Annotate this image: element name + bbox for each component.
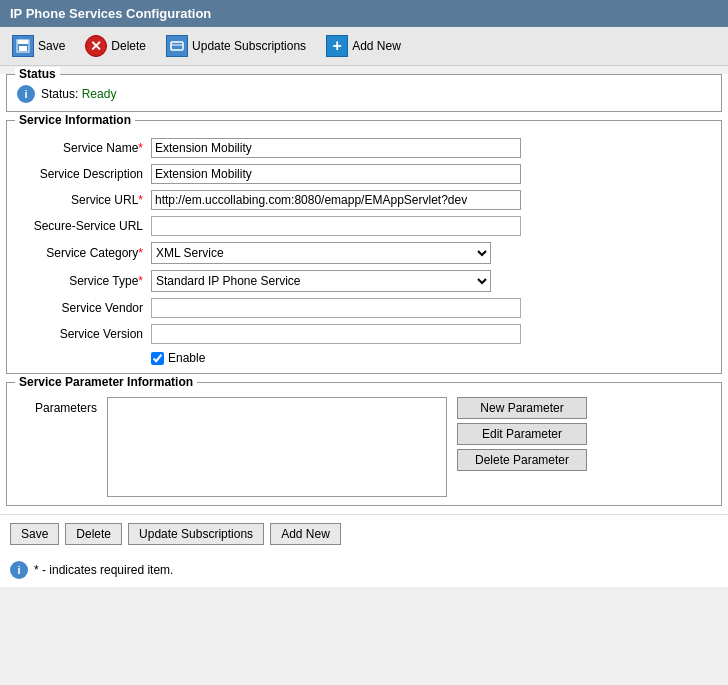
save-button[interactable]: Save: [8, 33, 69, 59]
enable-label: Enable: [168, 351, 205, 365]
svg-rect-3: [171, 42, 183, 50]
bottom-delete-button[interactable]: Delete: [65, 523, 122, 545]
service-version-row: Service Version: [17, 321, 711, 347]
service-url-input[interactable]: [151, 190, 521, 210]
svg-rect-2: [19, 46, 27, 51]
edit-parameter-button[interactable]: Edit Parameter: [457, 423, 587, 445]
parameters-list[interactable]: [107, 397, 447, 497]
service-type-label: Service Type*: [17, 267, 147, 295]
bottom-addnew-label: Add New: [281, 527, 330, 541]
save-label: Save: [38, 39, 65, 53]
main-content: Status i Status: Ready Service Informati…: [0, 74, 728, 587]
parameters-label: Parameters: [17, 397, 97, 415]
service-description-input[interactable]: [151, 164, 521, 184]
secure-service-url-input[interactable]: [151, 216, 521, 236]
service-info-section: Service Information Service Name* Servic…: [6, 120, 722, 374]
service-version-input[interactable]: [151, 324, 521, 344]
update-icon: [166, 35, 188, 57]
service-name-input[interactable]: [151, 138, 521, 158]
service-url-label: Service URL*: [17, 187, 147, 213]
service-vendor-row: Service Vendor: [17, 295, 711, 321]
service-type-select[interactable]: Standard IP Phone Service Advanced IP Ph…: [151, 270, 491, 292]
bottom-add-new-button[interactable]: Add New: [270, 523, 341, 545]
service-info-table: Service Name* Service Description: [17, 135, 711, 347]
service-name-row: Service Name*: [17, 135, 711, 161]
add-new-button[interactable]: + Add New: [322, 33, 405, 59]
service-url-row: Service URL*: [17, 187, 711, 213]
delete-label: Delete: [111, 39, 146, 53]
add-new-label: Add New: [352, 39, 401, 53]
save-icon: [12, 35, 34, 57]
footer-note: i * - indicates required item.: [0, 553, 728, 587]
service-vendor-input[interactable]: [151, 298, 521, 318]
footer-info-icon: i: [10, 561, 28, 579]
service-version-label: Service Version: [17, 321, 147, 347]
svg-rect-0: [18, 40, 28, 44]
service-description-label: Service Description: [17, 161, 147, 187]
delete-button[interactable]: ✕ Delete: [81, 33, 150, 59]
bottom-toolbar: Save Delete Update Subscriptions Add New: [0, 514, 728, 553]
status-value: Ready: [82, 87, 117, 101]
top-toolbar: Save ✕ Delete Update Subscriptions + Add…: [0, 27, 728, 66]
status-label: Status: Ready: [41, 87, 116, 101]
service-param-section: Service Parameter Information Parameters…: [6, 382, 722, 506]
enable-row: Enable: [151, 351, 711, 365]
addnew-icon: +: [326, 35, 348, 57]
param-buttons-group: New Parameter Edit Parameter Delete Para…: [457, 397, 587, 471]
service-category-label: Service Category*: [17, 239, 147, 267]
secure-service-url-row: Secure-Service URL: [17, 213, 711, 239]
service-info-title: Service Information: [15, 113, 135, 127]
new-parameter-button[interactable]: New Parameter: [457, 397, 587, 419]
page-title: IP Phone Services Configuration: [0, 0, 728, 27]
status-section-title: Status: [15, 67, 60, 81]
service-description-row: Service Description: [17, 161, 711, 187]
title-text: IP Phone Services Configuration: [10, 6, 211, 21]
service-vendor-label: Service Vendor: [17, 295, 147, 321]
service-category-select[interactable]: XML Service Standard IP Phone Service: [151, 242, 491, 264]
bottom-update-label: Update Subscriptions: [139, 527, 253, 541]
bottom-update-subscriptions-button[interactable]: Update Subscriptions: [128, 523, 264, 545]
bottom-delete-label: Delete: [76, 527, 111, 541]
secure-service-url-label: Secure-Service URL: [17, 213, 147, 239]
enable-checkbox[interactable]: [151, 352, 164, 365]
delete-icon: ✕: [85, 35, 107, 57]
footer-note-text: * - indicates required item.: [34, 563, 173, 577]
bottom-save-button[interactable]: Save: [10, 523, 59, 545]
service-name-label: Service Name*: [17, 135, 147, 161]
delete-parameter-button[interactable]: Delete Parameter: [457, 449, 587, 471]
status-section: Status i Status: Ready: [6, 74, 722, 112]
update-subscriptions-button[interactable]: Update Subscriptions: [162, 33, 310, 59]
service-type-row: Service Type* Standard IP Phone Service …: [17, 267, 711, 295]
service-category-row: Service Category* XML Service Standard I…: [17, 239, 711, 267]
status-info-icon: i: [17, 85, 35, 103]
update-subscriptions-label: Update Subscriptions: [192, 39, 306, 53]
service-param-title: Service Parameter Information: [15, 375, 197, 389]
bottom-save-label: Save: [21, 527, 48, 541]
